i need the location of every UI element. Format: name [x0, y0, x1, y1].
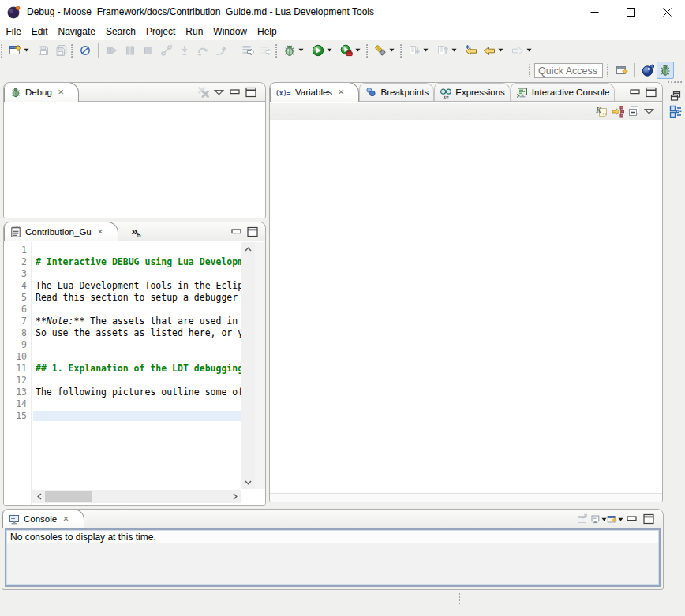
step-over-button[interactable] — [193, 42, 211, 59]
close-tab-icon[interactable]: ✕ — [97, 228, 103, 236]
toolbar-drag-handle[interactable] — [366, 43, 369, 58]
horizontal-scrollbar-thumb[interactable] — [45, 491, 92, 502]
menu-file[interactable]: File — [1, 24, 26, 39]
tab-breakpoints[interactable]: Breakpoints — [359, 83, 434, 101]
editor-text-area[interactable]: # Interactive DEBUG using Lua DevelopmeT… — [32, 242, 241, 489]
show-type-names-button[interactable]: K — [594, 103, 610, 119]
toolbar-drag-handle[interactable] — [71, 43, 74, 58]
next-annotation-button[interactable] — [405, 42, 433, 59]
search-button[interactable] — [371, 42, 399, 59]
suspend-button[interactable] — [121, 42, 139, 59]
menu-project[interactable]: Project — [140, 24, 180, 39]
editor-horizontal-scrollbar[interactable] — [32, 490, 241, 503]
step-into-button[interactable] — [175, 42, 193, 59]
close-tab-icon[interactable]: ✕ — [58, 88, 64, 96]
view-menu-button[interactable] — [642, 103, 657, 119]
restore-minimized-button[interactable] — [667, 88, 683, 103]
open-console-button[interactable] — [607, 511, 623, 527]
menu-search[interactable]: Search — [100, 24, 140, 39]
display-selected-console-button[interactable] — [590, 511, 607, 527]
minimized-strip-drag-handle[interactable] — [668, 81, 683, 84]
toolbar-drag-handle[interactable] — [275, 43, 279, 58]
previous-annotation-dropdown-arrow[interactable] — [450, 44, 459, 57]
maximize-view-button[interactable] — [640, 511, 657, 527]
minimize-view-button[interactable] — [627, 84, 643, 100]
new-wizard-dropdown-arrow[interactable] — [22, 44, 32, 57]
minimize-view-button[interactable] — [227, 84, 243, 100]
quick-access-input[interactable] — [534, 63, 603, 78]
status-trim-drag-handle[interactable] — [459, 593, 461, 606]
resume-button[interactable] — [103, 42, 121, 59]
hidden-editors-chevron[interactable]: »5 — [131, 224, 141, 237]
open-console-dropdown-arrow[interactable] — [618, 513, 623, 525]
menu-edit[interactable]: Edit — [26, 24, 53, 39]
remove-all-terminated-button[interactable] — [196, 84, 211, 100]
search-dropdown-arrow[interactable] — [387, 44, 397, 57]
show-logical-structure-button[interactable] — [610, 103, 626, 119]
external-tools-dropdown-arrow[interactable] — [354, 44, 363, 57]
editor-vertical-scrollbar[interactable] — [241, 242, 255, 489]
menu-run[interactable]: Run — [181, 24, 208, 39]
lua-perspective-button[interactable] — [639, 62, 657, 79]
close-window-button[interactable] — [649, 0, 685, 24]
minimize-view-button[interactable] — [229, 224, 245, 240]
collapse-all-button[interactable] — [626, 103, 642, 119]
maximize-window-button[interactable] — [612, 0, 649, 24]
tab-variables[interactable]: (x)=Variables✕ — [270, 82, 359, 102]
display-selected-console-dropdown-arrow[interactable] — [601, 513, 607, 525]
debug-view-content[interactable] — [4, 103, 265, 218]
use-step-filters-button[interactable] — [238, 42, 256, 59]
minimize-window-button[interactable] — [576, 0, 612, 24]
code-line-6 — [32, 304, 241, 315]
save-all-button[interactable] — [52, 42, 70, 59]
variables-view-content[interactable] — [270, 120, 662, 493]
toolbar-drag-handle[interactable] — [1, 43, 4, 58]
tab-contribution-gu[interactable]: Contribution_Gu✕ — [4, 222, 118, 241]
forward-history-dropdown-arrow[interactable] — [525, 44, 534, 57]
scroll-down-arrow-icon[interactable] — [241, 476, 255, 489]
step-return-button[interactable] — [211, 42, 230, 59]
tab-interactive-console[interactable]: Interactive Console — [511, 83, 615, 101]
previous-annotation-button[interactable] — [433, 42, 462, 59]
close-tab-icon[interactable]: ✕ — [62, 515, 69, 523]
skip-all-breakpoints-button[interactable] — [76, 42, 94, 59]
menu-window[interactable]: Window — [208, 24, 253, 39]
menu-help[interactable]: Help — [253, 24, 283, 39]
disconnect-button[interactable] — [157, 42, 175, 59]
terminate-button[interactable] — [139, 42, 157, 59]
quick-access-drag-handle[interactable] — [529, 63, 532, 77]
save-button[interactable] — [34, 42, 52, 59]
scroll-up-arrow-icon[interactable] — [241, 242, 255, 256]
debug-button[interactable] — [280, 42, 309, 59]
toolbar-drag-handle[interactable] — [400, 43, 403, 58]
maximize-view-button[interactable] — [245, 224, 260, 240]
perspective-bar-drag-handle[interactable] — [607, 63, 610, 77]
debug-perspective-button[interactable] — [657, 62, 674, 79]
variables-view-panel: (x)=Variables✕Breakpointsx=ExpressionsIn… — [269, 82, 663, 502]
next-annotation-dropdown-arrow[interactable] — [421, 44, 431, 57]
maximize-view-button[interactable] — [643, 84, 659, 100]
external-tools-button[interactable] — [337, 42, 365, 59]
tab-console[interactable]: Console✕ — [2, 509, 84, 528]
back-history-dropdown-arrow[interactable] — [496, 44, 506, 57]
tab-expressions[interactable]: x=Expressions — [434, 83, 511, 101]
outline-view-button[interactable] — [667, 103, 683, 118]
back-history-button[interactable] — [480, 42, 508, 59]
last-edit-location-button[interactable] — [462, 42, 480, 59]
step-into-selection-button[interactable] — [256, 42, 275, 59]
view-menu-button[interactable] — [211, 84, 227, 100]
menu-navigate[interactable]: Navigate — [53, 24, 100, 39]
scroll-left-arrow-icon[interactable] — [32, 490, 46, 503]
open-perspective-button[interactable] — [613, 62, 631, 79]
new-wizard-button[interactable] — [6, 42, 34, 59]
tab-debug[interactable]: Debug✕ — [4, 82, 79, 102]
forward-history-button[interactable] — [508, 42, 537, 59]
pin-console-button[interactable] — [574, 511, 590, 527]
run-dropdown-arrow[interactable] — [325, 44, 335, 57]
run-button[interactable] — [309, 42, 337, 59]
close-tab-icon[interactable]: ✕ — [338, 88, 344, 96]
minimize-view-button[interactable] — [623, 511, 640, 527]
maximize-view-button[interactable] — [243, 84, 259, 100]
scroll-right-arrow-icon[interactable] — [228, 490, 241, 503]
debug-dropdown-arrow[interactable] — [297, 44, 306, 57]
